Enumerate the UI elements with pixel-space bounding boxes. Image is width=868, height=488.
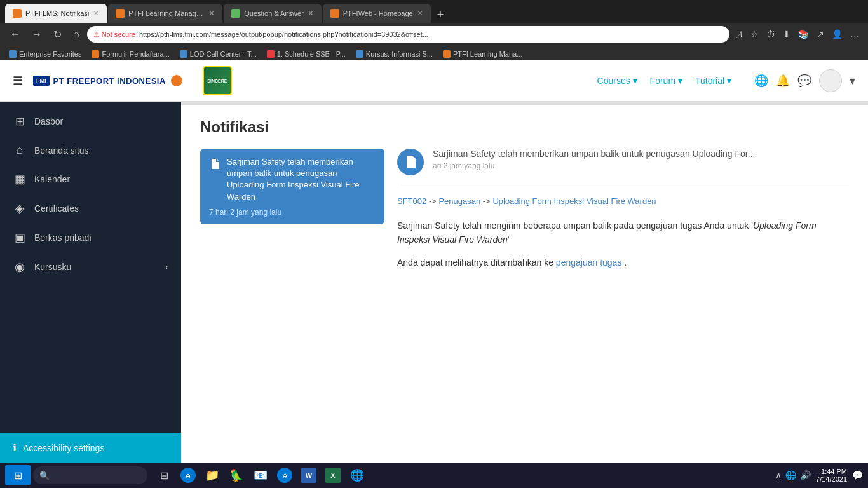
- menu-courses[interactable]: Courses ▾: [597, 76, 637, 86]
- dasbor-icon: ⊞: [13, 114, 27, 128]
- profile-icon[interactable]: 👤: [829, 27, 845, 42]
- breadcrumb-task-link[interactable]: Uploading Form Inspeksi Visual Fire Ward…: [492, 196, 656, 206]
- language-icon[interactable]: 🌐: [754, 74, 768, 88]
- taskbar-date-text: 7/14/2021: [816, 475, 847, 483]
- file-explorer-icon: 📁: [205, 468, 219, 482]
- notifications-list: Sarjiman Safety telah memberikan umpan b…: [200, 149, 849, 268]
- back-button[interactable]: ←: [6, 26, 24, 43]
- taskbar-app-mail[interactable]: 📧: [249, 464, 272, 487]
- taskbar-app-brain[interactable]: 🦜: [225, 464, 248, 487]
- sidebar-item-beranda[interactable]: ⌂ Beranda situs: [0, 136, 181, 165]
- tab-3[interactable]: Question & Answer ✕: [224, 4, 322, 23]
- bookmark-2-icon: [92, 50, 99, 58]
- bookmark-3[interactable]: LOD Call Center - T...: [177, 49, 259, 59]
- sidebar-item-berkas[interactable]: ▣ Berkas pribadi: [0, 223, 181, 252]
- menu-tutorial[interactable]: Tutorial ▾: [695, 76, 731, 86]
- header-icons: 🌐 🔔 💬 ▾: [754, 69, 855, 92]
- bookmark-2[interactable]: Formulir Pendaftara...: [89, 49, 172, 59]
- taskbar-network-icon[interactable]: 🌐: [785, 470, 796, 480]
- taskbar-app-file-explorer[interactable]: 📁: [201, 464, 224, 487]
- notifications-bell-icon[interactable]: 🔔: [776, 74, 790, 88]
- history-icon[interactable]: ⏱: [764, 27, 778, 42]
- user-avatar[interactable]: [819, 69, 842, 92]
- cortana-icon: 🦜: [229, 468, 243, 482]
- menu-forum[interactable]: Forum ▾: [650, 76, 682, 86]
- bookmark-6[interactable]: PTFI Learning Mana...: [440, 49, 525, 59]
- collections-icon[interactable]: 📚: [796, 27, 811, 42]
- not-secure-indicator: ⚠ Not secure: [93, 30, 135, 39]
- taskbar-volume-icon[interactable]: 🔊: [800, 470, 811, 480]
- home-button[interactable]: ⌂: [69, 26, 83, 43]
- word-icon: W: [301, 468, 316, 483]
- taskbar-app-task-view[interactable]: ⊟: [153, 464, 175, 487]
- taskbar-notifications-icon[interactable]: 💬: [852, 470, 863, 480]
- logo-text: PT FREEPORT INDONESIA: [53, 76, 166, 86]
- notif-card-file-icon: [209, 158, 222, 170]
- tab-1-close[interactable]: ✕: [93, 9, 99, 18]
- notif-detail-text-area: Sarjiman Safety telah memberikan umpan b…: [433, 149, 755, 170]
- bookmark-5[interactable]: Kursus: Informasi S...: [353, 49, 435, 59]
- ptfi-logo: FMI PT FREEPORT INDONESIA: [33, 75, 182, 86]
- taskbar-app-word[interactable]: W: [297, 464, 320, 487]
- breadcrumb-assignment-link[interactable]: Penugasan: [438, 196, 480, 206]
- sidebar-item-kursusku[interactable]: ◉ Kursusku ‹: [0, 252, 181, 281]
- reload-button[interactable]: ↻: [50, 26, 65, 43]
- taskbar-app-edge2[interactable]: e: [273, 464, 296, 487]
- sidebar-item-kalender[interactable]: ▦ Kalender: [0, 165, 181, 194]
- windows-logo-icon: ⊞: [14, 470, 22, 482]
- sidebar-item-dasbor[interactable]: ⊞ Dasbor: [0, 107, 181, 136]
- share-icon[interactable]: ↗: [814, 27, 827, 42]
- logo-circle: [171, 75, 182, 86]
- favorites-icon[interactable]: ☆: [748, 27, 761, 42]
- tab-bar: PTFI LMS: Notifikasi ✕ PTFI Learning Man…: [0, 0, 868, 23]
- kursusku-chevron-icon: ‹: [165, 262, 168, 272]
- notification-cards-panel: Sarjiman Safety telah memberikan umpan b…: [200, 149, 384, 229]
- breadcrumb-course-link[interactable]: SFT002: [397, 196, 426, 206]
- new-tab-button[interactable]: +: [432, 7, 449, 23]
- taskbar-chevron-up-icon[interactable]: ∧: [775, 470, 782, 480]
- bookmark-4[interactable]: 1. Schedule SSB - P...: [264, 49, 348, 59]
- taskbar-search[interactable]: 🔍: [33, 466, 147, 484]
- notification-card-1[interactable]: Sarjiman Safety telah memberikan umpan b…: [200, 149, 384, 224]
- ie-icon: e: [277, 468, 292, 483]
- notif-detail-title: Sarjiman Safety telah memberikan umpan b…: [433, 149, 755, 159]
- taskbar-right: ∧ 🌐 🔊 1:44 PM 7/14/2021 💬: [775, 468, 863, 483]
- tab-3-favicon: [231, 9, 240, 18]
- address-bar[interactable]: ⚠ Not secure https://ptfi-lms.fmi.com/me…: [87, 26, 729, 43]
- caret-down-icon[interactable]: ▾: [850, 74, 855, 88]
- task-view-icon: ⊟: [160, 470, 168, 482]
- download-icon[interactable]: ⬇: [780, 27, 793, 42]
- sidebar-item-certificates[interactable]: ◈ Certificates: [0, 194, 181, 223]
- main-content: ⊞ Dasbor ⌂ Beranda situs ▦ Kalender ◈ Ce…: [0, 102, 868, 463]
- taskbar-time-text: 1:44 PM: [816, 468, 847, 475]
- bookmark-1[interactable]: Enterprise Favorites: [6, 49, 84, 59]
- notif-body-text: Sarjiman Safety telah mengirim beberapa …: [397, 219, 849, 247]
- taskbar-app-excel[interactable]: X: [322, 464, 344, 487]
- nav-icons: 𝓐 ☆ ⏱ ⬇ 📚 ↗ 👤 …: [733, 27, 862, 43]
- tab-2-close[interactable]: ✕: [208, 9, 215, 18]
- messages-icon[interactable]: 💬: [797, 74, 811, 88]
- svg-rect-0: [213, 164, 218, 165]
- read-aloud-icon[interactable]: 𝓐: [733, 27, 745, 43]
- tab-3-close[interactable]: ✕: [308, 9, 314, 18]
- notif-detail-header: Sarjiman Safety telah memberikan umpan b…: [397, 149, 849, 186]
- start-button[interactable]: ⊞: [5, 465, 31, 485]
- notif-card-1-header: Sarjiman Safety telah memberikan umpan b…: [209, 156, 376, 203]
- logo-area: FMI PT FREEPORT INDONESIA: [33, 75, 182, 86]
- tab-1[interactable]: PTFI LMS: Notifikasi ✕: [5, 4, 107, 23]
- address-text: https://ptfi-lms.fmi.com/message/output/…: [139, 30, 723, 38]
- tab-4[interactable]: PTFIWeb - Homepage ✕: [323, 4, 431, 23]
- taskbar-app-edge[interactable]: e: [177, 464, 200, 487]
- content-pane: Notifikasi Sarjiman Safety telah m: [181, 102, 868, 463]
- settings-icon[interactable]: …: [848, 27, 862, 42]
- taskbar-app-ie3[interactable]: 🌐: [346, 464, 369, 487]
- taskbar-clock[interactable]: 1:44 PM 7/14/2021: [816, 468, 847, 483]
- tab-2[interactable]: PTFI Learning Management Syst... ✕: [108, 4, 222, 23]
- accessibility-settings-button[interactable]: ℹ Accessibility settings: [0, 433, 181, 463]
- notifications-title: Notifikasi: [200, 118, 849, 136]
- tab-4-close[interactable]: ✕: [417, 9, 423, 18]
- bookmark-5-icon: [356, 50, 363, 58]
- forward-button[interactable]: →: [28, 26, 46, 43]
- submission-link[interactable]: pengajuan tugas: [556, 257, 622, 268]
- hamburger-menu[interactable]: ☰: [13, 74, 23, 88]
